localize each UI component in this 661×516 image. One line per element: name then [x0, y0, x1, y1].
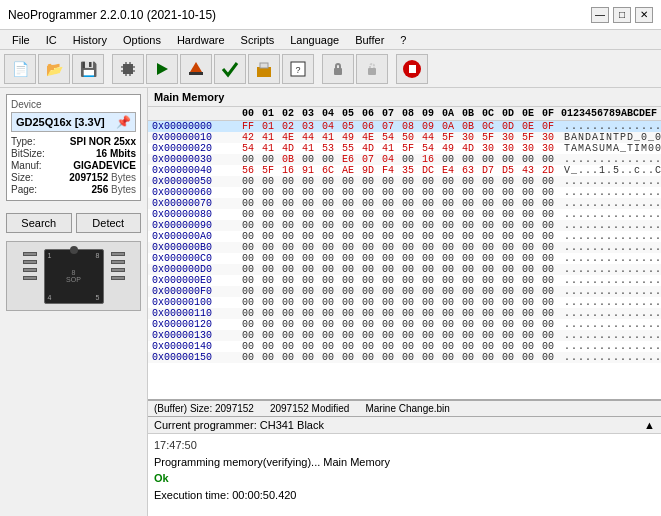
byte-cell[interactable]: 00 [238, 187, 258, 198]
byte-cell[interactable]: 00 [358, 220, 378, 231]
byte-cell[interactable]: 00 [258, 264, 278, 275]
byte-cell[interactable]: 00 [298, 176, 318, 187]
byte-cell[interactable]: 07 [358, 154, 378, 165]
byte-cell[interactable]: 00 [538, 253, 558, 264]
byte-cell[interactable]: 00 [238, 231, 258, 242]
byte-cell[interactable]: 00 [438, 176, 458, 187]
byte-cell[interactable]: 00 [418, 297, 438, 308]
byte-cell[interactable]: 30 [538, 132, 558, 143]
table-row[interactable]: 0x00000080000000000000000000000000000000… [148, 209, 661, 220]
byte-cell[interactable]: 16 [418, 154, 438, 165]
byte-cell[interactable]: 00 [518, 187, 538, 198]
byte-cell[interactable]: 41 [258, 143, 278, 154]
byte-cell[interactable]: 00 [418, 220, 438, 231]
table-row[interactable]: 0x00000100000000000000000000000000000000… [148, 297, 661, 308]
byte-cell[interactable]: 00 [498, 220, 518, 231]
byte-cell[interactable]: 00 [318, 286, 338, 297]
byte-cell[interactable]: 00 [298, 198, 318, 209]
byte-cell[interactable]: 00 [518, 352, 538, 363]
byte-cell[interactable]: 00 [458, 220, 478, 231]
byte-cell[interactable]: 00 [298, 209, 318, 220]
byte-cell[interactable]: 5F [478, 132, 498, 143]
byte-cell[interactable]: 00 [498, 209, 518, 220]
byte-cell[interactable]: 00 [398, 286, 418, 297]
byte-cell[interactable]: 00 [338, 341, 358, 352]
byte-cell[interactable]: 4D [458, 143, 478, 154]
save-button[interactable]: 💾 [72, 54, 104, 84]
byte-cell[interactable]: 00 [458, 154, 478, 165]
byte-cell[interactable]: 00 [238, 341, 258, 352]
byte-cell[interactable]: 00 [518, 297, 538, 308]
byte-cell[interactable]: 00 [418, 275, 438, 286]
byte-cell[interactable]: 00 [518, 176, 538, 187]
byte-cell[interactable]: 00 [438, 352, 458, 363]
byte-cell[interactable]: 00 [518, 209, 538, 220]
byte-cell[interactable]: 00 [318, 352, 338, 363]
byte-cell[interactable]: 54 [238, 143, 258, 154]
byte-cell[interactable]: 00 [478, 209, 498, 220]
byte-cell[interactable]: 00 [278, 275, 298, 286]
byte-cell[interactable]: 41 [318, 132, 338, 143]
table-row[interactable]: 0x0000003000000B0000E6070400160000000000… [148, 154, 661, 165]
table-row[interactable]: 0x00000090000000000000000000000000000000… [148, 220, 661, 231]
byte-cell[interactable]: 00 [438, 220, 458, 231]
byte-cell[interactable]: 00 [538, 220, 558, 231]
byte-cell[interactable]: 00 [518, 341, 538, 352]
menu-item-options[interactable]: Options [115, 32, 169, 48]
protect-button[interactable] [322, 54, 354, 84]
byte-cell[interactable]: 00 [238, 209, 258, 220]
byte-cell[interactable]: 00 [478, 286, 498, 297]
byte-cell[interactable]: 00 [358, 187, 378, 198]
byte-cell[interactable]: 00 [418, 319, 438, 330]
byte-cell[interactable]: 00 [478, 297, 498, 308]
byte-cell[interactable]: F4 [378, 165, 398, 176]
byte-cell[interactable]: 0F [538, 121, 558, 133]
byte-cell[interactable]: 00 [518, 198, 538, 209]
byte-cell[interactable]: 00 [378, 231, 398, 242]
byte-cell[interactable]: 00 [338, 176, 358, 187]
byte-cell[interactable]: 00 [318, 253, 338, 264]
byte-cell[interactable]: 00 [498, 231, 518, 242]
byte-cell[interactable]: 56 [238, 165, 258, 176]
byte-cell[interactable]: 00 [458, 176, 478, 187]
byte-cell[interactable]: 00 [538, 286, 558, 297]
byte-cell[interactable]: 00 [498, 286, 518, 297]
byte-cell[interactable]: 00 [418, 187, 438, 198]
byte-cell[interactable]: 00 [338, 264, 358, 275]
byte-cell[interactable]: 00 [378, 264, 398, 275]
byte-cell[interactable]: 00 [318, 297, 338, 308]
byte-cell[interactable]: 30 [478, 143, 498, 154]
byte-cell[interactable]: 09 [418, 121, 438, 133]
detect-button[interactable]: Detect [76, 213, 142, 233]
byte-cell[interactable]: 00 [518, 231, 538, 242]
byte-cell[interactable]: 00 [478, 341, 498, 352]
byte-cell[interactable]: 00 [538, 319, 558, 330]
byte-cell[interactable]: 00 [538, 341, 558, 352]
byte-cell[interactable]: 00 [458, 242, 478, 253]
byte-cell[interactable]: 04 [318, 121, 338, 133]
byte-cell[interactable]: 00 [458, 187, 478, 198]
byte-cell[interactable]: 00 [318, 275, 338, 286]
byte-cell[interactable]: 00 [378, 352, 398, 363]
byte-cell[interactable]: 00 [318, 220, 338, 231]
byte-cell[interactable]: 00 [238, 176, 258, 187]
byte-cell[interactable]: 0A [438, 121, 458, 133]
byte-cell[interactable]: 00 [338, 187, 358, 198]
byte-cell[interactable]: E6 [338, 154, 358, 165]
byte-cell[interactable]: 00 [398, 264, 418, 275]
byte-cell[interactable]: 00 [438, 242, 458, 253]
byte-cell[interactable]: 00 [278, 198, 298, 209]
byte-cell[interactable]: 00 [318, 330, 338, 341]
byte-cell[interactable]: 00 [338, 253, 358, 264]
byte-cell[interactable]: 00 [418, 264, 438, 275]
byte-cell[interactable]: 00 [298, 242, 318, 253]
byte-cell[interactable]: 00 [378, 220, 398, 231]
byte-cell[interactable]: 00 [298, 308, 318, 319]
byte-cell[interactable]: 00 [418, 253, 438, 264]
byte-cell[interactable]: 00 [338, 242, 358, 253]
byte-cell[interactable]: 00 [238, 297, 258, 308]
byte-cell[interactable]: 16 [278, 165, 298, 176]
byte-cell[interactable]: 00 [238, 198, 258, 209]
byte-cell[interactable]: 0B [458, 121, 478, 133]
byte-cell[interactable]: 30 [498, 132, 518, 143]
